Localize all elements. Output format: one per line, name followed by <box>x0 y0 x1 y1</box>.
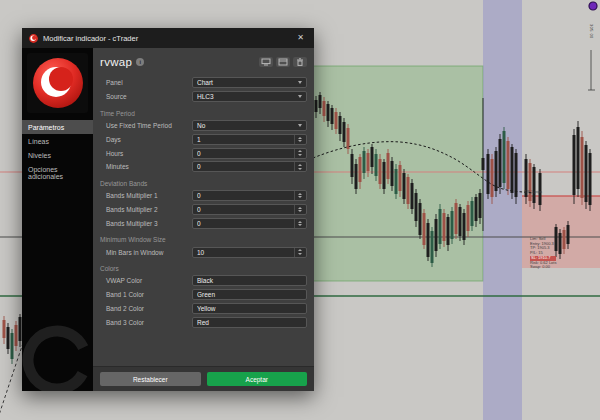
arrow-up-icon[interactable] <box>298 207 302 209</box>
chevron-down-icon[interactable] <box>298 124 302 127</box>
candlestick <box>419 203 422 235</box>
sidebar-item-parametros[interactable]: Parámetros <box>22 120 93 134</box>
indicator-logo <box>27 53 88 113</box>
stepper-arrows[interactable] <box>294 191 302 200</box>
candlestick <box>347 128 350 149</box>
field-value: Chart <box>197 79 298 86</box>
candlestick <box>455 203 458 234</box>
arrow-down-icon[interactable] <box>298 210 302 212</box>
stepper-arrows[interactable] <box>294 149 302 158</box>
remove-icon[interactable] <box>293 57 307 67</box>
candlestick <box>491 159 494 197</box>
field-source[interactable]: HLC3 <box>192 91 307 102</box>
field-bands-multiplier-1[interactable]: 0 <box>192 190 307 201</box>
field-bands-multiplier-2[interactable]: 0 <box>192 204 307 215</box>
sidebar-nav: ParámetrosLíneasNivelesOpciones adiciona… <box>22 120 93 183</box>
form-row: Minutes0 <box>100 160 307 174</box>
dialog-sidebar: ParámetrosLíneasNivelesOpciones adiciona… <box>22 48 93 391</box>
trade-info-line: Swap: 0.00 <box>530 265 556 270</box>
field-value: Red <box>197 319 302 326</box>
dialog-content: rvwap i PanelChartSourceHLC <box>93 48 314 391</box>
chevron-down-icon[interactable] <box>298 95 302 98</box>
header-icon-group <box>259 57 307 67</box>
field-min-bars-in-window[interactable]: 10 <box>192 247 307 258</box>
stepper-arrows[interactable] <box>294 135 302 144</box>
arrow-up-icon[interactable] <box>298 164 302 166</box>
info-icon[interactable]: i <box>136 58 144 66</box>
field-label: Minutes <box>100 163 192 170</box>
reset-button[interactable]: Restablecer <box>100 372 201 386</box>
arrow-down-icon[interactable] <box>298 140 302 142</box>
candlestick <box>3 320 6 338</box>
field-use-fixed-time-period[interactable]: No <box>192 120 307 131</box>
dialog-footer: Restablecer Aceptar <box>93 366 314 391</box>
takeprofit-tag: T/P 5 pips <box>524 189 542 194</box>
arrow-up-icon[interactable] <box>298 137 302 139</box>
field-bands-multiplier-3[interactable]: 0 <box>192 218 307 229</box>
field-label: Days <box>100 136 192 143</box>
candlestick <box>375 154 378 176</box>
field-value: No <box>197 122 298 129</box>
candlestick <box>403 173 406 199</box>
arrow-up-icon[interactable] <box>298 221 302 223</box>
stepper-arrows[interactable] <box>294 248 302 257</box>
candlestick <box>589 153 592 205</box>
arrow-up-icon[interactable] <box>298 150 302 152</box>
section-header-minimum-window-size: Minimum Window Size <box>100 230 307 245</box>
form-row: Band 3 ColorRed <box>100 315 307 329</box>
dialog-titlebar[interactable]: Modificar indicador - cTrader ✕ <box>22 28 314 48</box>
candlestick <box>503 131 506 183</box>
field-value: 1 <box>197 136 291 143</box>
arrow-up-icon[interactable] <box>298 249 302 251</box>
field-label: Hours <box>100 150 192 157</box>
candlestick <box>399 165 402 191</box>
candlestick <box>463 213 466 240</box>
form-row: Band 2 ColorYellow <box>100 302 307 316</box>
arrow-down-icon[interactable] <box>298 154 302 156</box>
candlestick <box>471 201 474 226</box>
screenshot-icon[interactable] <box>259 57 273 67</box>
measure-tool-label: 305 00 <box>589 24 594 39</box>
candlestick <box>355 164 358 189</box>
field-band-3-color[interactable]: Red <box>192 317 307 328</box>
arrow-down-icon[interactable] <box>298 168 302 170</box>
field-band-2-color[interactable]: Yellow <box>192 303 307 314</box>
field-value: 0 <box>197 150 291 157</box>
sidebar-item-niveles[interactable]: Niveles <box>22 148 93 162</box>
dialog-body: ParámetrosLíneasNivelesOpciones adiciona… <box>22 48 314 391</box>
arrow-down-icon[interactable] <box>298 196 302 198</box>
accept-button[interactable]: Aceptar <box>207 372 308 386</box>
field-vwap-color[interactable]: Black <box>192 275 307 286</box>
candlestick <box>359 157 362 182</box>
candlestick <box>7 327 10 349</box>
field-hours[interactable]: 0 <box>192 148 307 159</box>
field-band-1-color[interactable]: Green <box>192 289 307 300</box>
chevron-down-icon[interactable] <box>298 81 302 84</box>
field-value: HLC3 <box>197 93 298 100</box>
field-panel[interactable]: Chart <box>192 77 307 88</box>
field-value: Yellow <box>197 305 302 312</box>
candlestick <box>507 141 510 189</box>
candlestick <box>482 158 485 170</box>
stepper-arrows[interactable] <box>294 205 302 214</box>
ctrader-logo-icon <box>29 34 38 43</box>
field-value: Green <box>197 291 302 298</box>
candlestick <box>423 213 426 245</box>
stepper-arrows[interactable] <box>294 162 302 171</box>
arrow-down-icon[interactable] <box>298 253 302 255</box>
candlestick <box>411 183 414 209</box>
sidebar-item-lineas[interactable]: Líneas <box>22 134 93 148</box>
arrow-up-icon[interactable] <box>298 193 302 195</box>
stepper-arrows[interactable] <box>294 219 302 228</box>
save-template-icon[interactable] <box>276 57 290 67</box>
field-days[interactable]: 1 <box>192 134 307 145</box>
close-icon[interactable]: ✕ <box>294 32 307 44</box>
form-row: SourceHLC3 <box>100 90 307 104</box>
field-value: 10 <box>197 249 291 256</box>
arrow-down-icon[interactable] <box>298 224 302 226</box>
candlestick <box>467 205 470 231</box>
candlestick <box>327 104 330 121</box>
sidebar-item-opciones-adicionales[interactable]: Opciones adicionales <box>22 162 93 183</box>
candlestick <box>335 112 338 129</box>
field-minutes[interactable]: 0 <box>192 161 307 172</box>
